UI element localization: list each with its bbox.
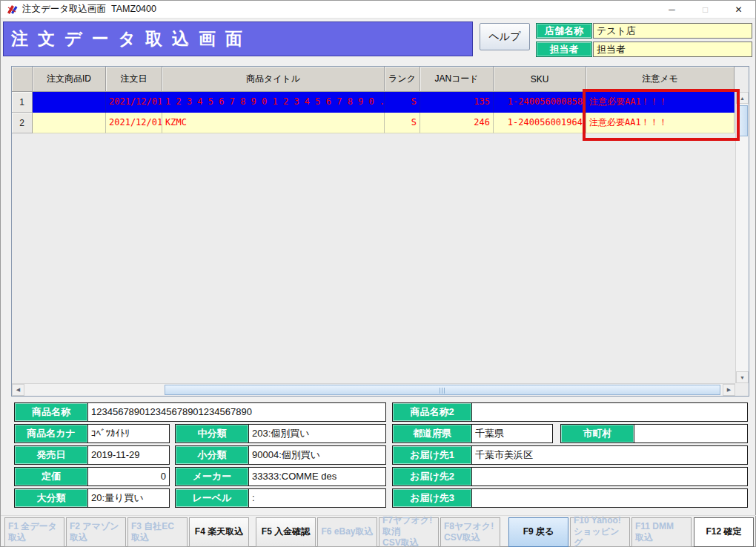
row-number[interactable]: 1 bbox=[12, 92, 33, 113]
list-price-label: 定価 bbox=[15, 468, 88, 485]
middle-category-label: 中分類 bbox=[176, 425, 249, 442]
field-prefecture: 都道府県 千葉県 bbox=[392, 424, 553, 443]
vertical-scrollbar-thumb[interactable] bbox=[737, 105, 748, 136]
col-header-memo[interactable]: 注意メモ bbox=[586, 67, 735, 92]
vertical-scrollbar[interactable]: ▲ ▼ bbox=[735, 92, 749, 383]
col-header-sku[interactable]: SKU bbox=[494, 67, 586, 92]
col-header-order-id[interactable]: 注文商品ID bbox=[33, 67, 106, 92]
field-maker: メーカー 33333:COMME des bbox=[175, 467, 386, 486]
fkey-f9-back-button[interactable]: F9 戻る bbox=[508, 517, 568, 547]
fkey-f1-all-data-import: F1 全データ 取込 bbox=[4, 517, 64, 547]
fkey-f12-confirm-button[interactable]: F12 確定 bbox=[694, 517, 754, 547]
field-small-category: 小分類 90004:個別買い bbox=[175, 445, 386, 465]
grid-header-row: 注文商品ID 注文日 商品タイトル ランク JANコード SKU 注意メモ bbox=[12, 67, 735, 92]
maker-label: メーカー bbox=[176, 468, 249, 485]
scroll-up-icon[interactable]: ▲ bbox=[736, 92, 749, 104]
titlebar: 注文データ取込画面 TAMZ0400 ─ □ ✕ bbox=[1, 1, 755, 19]
detail-form: 商品名称 123456789012345678901234567890 商品名カ… bbox=[1, 402, 756, 512]
fkey-f5-payment-check[interactable]: F5 入金確認 bbox=[256, 517, 316, 547]
list-price-field[interactable]: 0 bbox=[88, 468, 169, 485]
address1-field[interactable]: 千葉市美浜区 bbox=[472, 446, 747, 464]
address2-field[interactable] bbox=[472, 468, 747, 485]
col-header-rank[interactable]: ランク bbox=[385, 67, 420, 92]
cell-product-title: 1 2 3 4 5 6 7 8 9 0 1 2 3 4 5 6 7 8 9 0 … bbox=[162, 92, 385, 113]
product-kana-label: 商品名カナ bbox=[15, 425, 88, 442]
large-category-label: 大分類 bbox=[15, 489, 88, 507]
product-name-field[interactable]: 123456789012345678901234567890 bbox=[88, 403, 385, 421]
maker-field[interactable]: 33333:COMME des bbox=[249, 468, 385, 485]
small-category-field[interactable]: 90004:個別買い bbox=[249, 446, 385, 464]
app-icon bbox=[6, 4, 18, 16]
field-address3: お届け先3 bbox=[392, 488, 748, 508]
store-name-label: 店舗名称 bbox=[536, 23, 592, 39]
scroll-right-icon[interactable]: ▶ bbox=[723, 384, 735, 396]
large-category-field[interactable]: 20:量り買い bbox=[88, 489, 169, 507]
order-grid: 注文商品ID 注文日 商品タイトル ランク JANコード SKU 注意メモ 1 … bbox=[11, 66, 749, 397]
scroll-left-icon[interactable]: ◀ bbox=[12, 384, 24, 396]
label-name-field[interactable]: : bbox=[249, 489, 385, 507]
address3-field[interactable] bbox=[472, 489, 747, 507]
field-product-kana: 商品名カナ ｺﾍﾞﾂｶｲﾄﾘ bbox=[14, 424, 170, 443]
address2-label: お届け先2 bbox=[393, 468, 472, 485]
address1-label: お届け先1 bbox=[393, 446, 472, 464]
window-title-text: 注文データ取込画面 bbox=[22, 4, 106, 14]
horizontal-scrollbar[interactable]: ◀ ▶ bbox=[12, 383, 735, 396]
label-name-label: レーベル bbox=[176, 489, 249, 507]
grid-corner-cell bbox=[12, 67, 33, 92]
field-middle-category: 中分類 203:個別買い bbox=[175, 424, 386, 443]
maximize-button[interactable]: □ bbox=[689, 1, 722, 18]
help-button[interactable]: ヘルプ bbox=[480, 23, 530, 50]
person-field[interactable]: 担当者 bbox=[593, 42, 752, 57]
fkey-f10-yahoo-shopping: F10 Yahoo! ショッピング bbox=[570, 517, 630, 547]
cell-order-date: 2021/12/01 bbox=[106, 92, 162, 113]
table-row[interactable]: 1 2021/12/01 1 2 3 4 5 6 7 8 9 0 1 2 3 4… bbox=[12, 92, 735, 113]
fkey-f7-yafuoku-cancel-csv: F7ヤフオク!取消 CSV取込 bbox=[379, 517, 439, 547]
product-kana-field[interactable]: ｺﾍﾞﾂｶｲﾄﾘ bbox=[88, 425, 169, 442]
function-key-bar: F1 全データ 取込 F2 アマゾン 取込 F3 自社EC 取込 F4 楽天取込… bbox=[1, 515, 756, 547]
product-name2-label: 商品名称2 bbox=[393, 403, 472, 421]
release-date-label: 発売日 bbox=[15, 446, 88, 464]
cell-rank: S bbox=[385, 92, 420, 113]
cell-sku: 1-240056001964 bbox=[494, 113, 586, 133]
field-large-category: 大分類 20:量り買い bbox=[14, 488, 170, 508]
window-code: TAMZ0400 bbox=[111, 4, 156, 14]
col-header-order-date[interactable]: 注文日 bbox=[106, 67, 162, 92]
app-window: 注文データ取込画面 TAMZ0400 ─ □ ✕ 注文データ取込画面 ヘルプ 店… bbox=[0, 0, 756, 547]
city-field[interactable] bbox=[634, 425, 747, 442]
field-address1: お届け先1 千葉市美浜区 bbox=[392, 445, 748, 465]
field-product-name2: 商品名称2 bbox=[392, 402, 748, 422]
horizontal-scrollbar-thumb[interactable] bbox=[165, 385, 720, 395]
field-label-name: レーベル : bbox=[175, 488, 386, 508]
cell-memo: 注意必要AA1！！！ bbox=[586, 113, 735, 133]
minimize-button[interactable]: ─ bbox=[655, 1, 689, 18]
fkey-f4-rakuten-import[interactable]: F4 楽天取込 bbox=[189, 517, 249, 547]
row-number[interactable]: 2 bbox=[12, 113, 33, 133]
fkey-f8-yafuoku-csv: F8ヤフオク! CSV取込 bbox=[440, 517, 500, 547]
cell-order-id bbox=[33, 92, 106, 113]
cell-product-title: KZMC bbox=[162, 113, 385, 133]
cell-order-id bbox=[33, 113, 106, 133]
prefecture-field[interactable]: 千葉県 bbox=[472, 425, 552, 442]
store-name-field[interactable]: テスト店 bbox=[593, 23, 752, 39]
fkey-f6-ebay-import: F6 eBay取込 bbox=[317, 517, 377, 547]
field-address2: お届け先2 bbox=[392, 467, 748, 486]
window-title: 注文データ取込画面 TAMZ0400 bbox=[22, 3, 156, 16]
city-label: 市町村 bbox=[561, 425, 634, 442]
product-name2-field[interactable] bbox=[472, 403, 747, 421]
cell-order-date: 2021/12/01 bbox=[106, 113, 162, 133]
scroll-down-icon[interactable]: ▼ bbox=[736, 371, 749, 383]
close-button[interactable]: ✕ bbox=[722, 1, 755, 18]
col-header-product-title[interactable]: 商品タイトル bbox=[162, 67, 385, 92]
col-header-jan-code[interactable]: JANコード bbox=[420, 67, 494, 92]
prefecture-label: 都道府県 bbox=[393, 425, 472, 442]
field-list-price: 定価 0 bbox=[14, 467, 170, 486]
middle-category-field[interactable]: 203:個別買い bbox=[249, 425, 385, 442]
table-row[interactable]: 2 2021/12/01 KZMC S 246 1-240056001964 注… bbox=[12, 113, 735, 133]
address3-label: お届け先3 bbox=[393, 489, 472, 507]
scrollbar-grip bbox=[440, 388, 446, 394]
release-date-field[interactable]: 2019-11-29 bbox=[88, 446, 169, 464]
cell-memo: 注意必要AA1！！！ bbox=[586, 92, 735, 113]
cell-jan-code: 135 bbox=[420, 92, 494, 113]
fkey-f2-amazon-import: F2 アマゾン 取込 bbox=[66, 517, 126, 547]
person-label: 担当者 bbox=[536, 42, 592, 57]
